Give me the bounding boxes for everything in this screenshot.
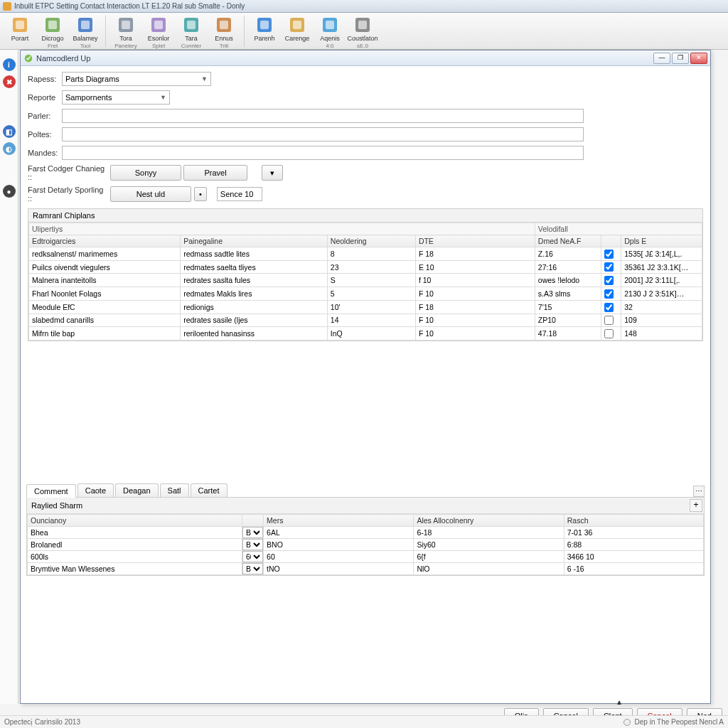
form-area: Rapess: Parts Diagrams ▼ Reporte Samporn… bbox=[21, 66, 710, 348]
grid-title: Ramranl Chiplans bbox=[28, 209, 702, 223]
tab-deagan[interactable]: Deagan bbox=[115, 483, 159, 497]
table-row[interactable]: BrolanedlBrolanedlBNOSiy606:88 bbox=[28, 539, 704, 551]
ribbon-tool-5[interactable]: TaraConnter bbox=[176, 14, 207, 50]
rapess-label: Rapess: bbox=[28, 75, 59, 83]
svg-rect-3 bbox=[48, 21, 57, 29]
ribbon-tool-9[interactable]: Aqenis4:0 bbox=[314, 14, 346, 50]
subpanel-col-header[interactable]: Rasch bbox=[564, 515, 703, 527]
subpanel-col-header[interactable] bbox=[242, 515, 263, 527]
table-row[interactable]: Fharl Noonlet Folagsredmates Makls lires… bbox=[29, 287, 702, 301]
row-select[interactable]: Brymtive Man Wlessenes bbox=[242, 563, 263, 574]
ribbon-tool-2[interactable]: BalameyTool bbox=[70, 14, 101, 50]
app-title: Inbuilt ETPC Setting Contact Interaction… bbox=[14, 2, 245, 10]
pravel-button[interactable]: Pravel bbox=[183, 165, 247, 181]
rapess-combo[interactable]: Parts Diagrams ▼ bbox=[62, 72, 211, 86]
mandes-input[interactable] bbox=[62, 146, 584, 160]
svg-rect-21 bbox=[358, 21, 367, 29]
svg-rect-5 bbox=[81, 21, 90, 29]
ribbon-tool-8[interactable]: Carenge bbox=[282, 14, 313, 45]
chevron-down-icon: ▼ bbox=[160, 94, 166, 101]
tab-satl[interactable]: Satl bbox=[160, 483, 189, 497]
tab-caote[interactable]: Caote bbox=[77, 483, 114, 497]
subpanel: Raylied Sharm + OuncianoyMersAles Alloco… bbox=[26, 497, 705, 576]
row-checkbox[interactable] bbox=[604, 303, 614, 312]
table-row[interactable]: redksalnenst/ marimemesredmass sadtle li… bbox=[29, 247, 702, 261]
tab-cartet[interactable]: Cartet bbox=[191, 483, 228, 497]
leftpanel-icon-5[interactable]: ● bbox=[3, 185, 16, 198]
status-right: Dep in The Peopest Nencl A bbox=[635, 718, 724, 726]
subpanel-add-button[interactable]: + bbox=[690, 499, 702, 512]
subpanel-col-header[interactable]: Ales Allocolnenry bbox=[414, 515, 564, 527]
reporte-combo[interactable]: Sampornents ▼ bbox=[62, 90, 170, 105]
sence-field[interactable]: Sence 10 bbox=[217, 187, 262, 201]
grid-col-header[interactable]: Painegaline bbox=[181, 235, 328, 247]
codger-dropdown-button[interactable]: ▾ bbox=[262, 165, 283, 181]
reporte-value: Sampornents bbox=[65, 93, 112, 102]
row-checkbox[interactable] bbox=[604, 262, 614, 272]
table-row[interactable]: 600ls600ls606{f3466 10 bbox=[28, 551, 704, 563]
grid-col-header[interactable]: Neoldering bbox=[327, 235, 415, 247]
row-checkbox[interactable] bbox=[604, 316, 614, 325]
row-checkbox[interactable] bbox=[604, 250, 614, 259]
grid-col-header[interactable]: Dpls E bbox=[621, 235, 702, 247]
sonyy-button[interactable]: Sonyy bbox=[110, 165, 181, 181]
leftpanel-icon-2[interactable]: ✖ bbox=[3, 75, 16, 88]
row-select[interactable]: Brolanedl bbox=[242, 539, 263, 550]
close-button[interactable]: ✕ bbox=[690, 53, 707, 64]
leftpanel-icon-1[interactable]: i bbox=[3, 58, 16, 71]
subpanel-col-header[interactable]: Mers bbox=[264, 515, 414, 527]
grid-col-header[interactable]: Edtroigarcies bbox=[29, 235, 181, 247]
tab-comment[interactable]: Comment bbox=[26, 484, 76, 498]
rapess-value: Parts Diagrams bbox=[65, 75, 119, 83]
svg-rect-15 bbox=[260, 21, 269, 29]
arrow-up-icon: ▴ bbox=[617, 697, 621, 707]
ribbon-tool-4[interactable]: EsonlorSplet bbox=[143, 14, 174, 50]
parler-input[interactable] bbox=[62, 109, 584, 123]
reporte-label: Reporte bbox=[28, 93, 59, 102]
table-row[interactable]: Puilcs oivendt viegulersredmates saelta … bbox=[29, 260, 702, 274]
grid-subhead-left: Ulipertiys bbox=[29, 223, 535, 235]
leftpanel-icon-4[interactable]: ◐ bbox=[3, 142, 16, 155]
poltes-input[interactable] bbox=[62, 127, 584, 141]
ribbon-tool-7[interactable]: Parenh bbox=[249, 14, 280, 45]
status-dot-icon bbox=[623, 719, 631, 726]
row-select[interactable]: 600ls bbox=[242, 551, 263, 562]
subpanel-title: Raylied Sharm bbox=[27, 499, 688, 512]
status-bar: Opectecị Carinsilo 2013 Dep in The Peope… bbox=[0, 715, 728, 728]
ribbon-tool-3[interactable]: ToraPanelery bbox=[110, 14, 141, 50]
grid-col-header[interactable]: Dmed NeA.F bbox=[535, 235, 601, 247]
ribbon-tool-0[interactable]: Porart bbox=[4, 14, 36, 45]
ribbon-tool-1[interactable]: DicrogoFret bbox=[37, 14, 68, 50]
dialog-title: Namcodlerd Up bbox=[36, 54, 90, 63]
table-row[interactable]: BheaBhea6AL6-187-01 36 bbox=[28, 527, 704, 539]
left-panel: i ✖ ◧ ◐ ● bbox=[0, 50, 18, 704]
table-row[interactable]: Brymtive Man WlessenesBrymtive Man Wless… bbox=[28, 563, 704, 575]
ribbon-toolbar: PorartDicrogoFretBalameyToolToraPanelery… bbox=[0, 13, 728, 50]
grid-col-header[interactable] bbox=[601, 235, 621, 247]
table-row[interactable]: slabedmd canarillsredrates sasile (ljes1… bbox=[29, 314, 702, 327]
row-checkbox[interactable] bbox=[604, 276, 614, 285]
row-checkbox[interactable] bbox=[604, 289, 614, 299]
parler-label: Parler: bbox=[28, 112, 59, 120]
poltes-label: Poltes: bbox=[28, 130, 59, 139]
chevron-down-icon: ▼ bbox=[201, 75, 208, 82]
row-select[interactable]: Bhea bbox=[242, 527, 263, 538]
table-row[interactable]: Meodule EfCredionigs10'F 187'1532 bbox=[29, 300, 702, 314]
minimize-button[interactable]: — bbox=[653, 53, 670, 64]
subpanel-table: OuncianoyMersAles AllocolnenryRasch Bhea… bbox=[27, 514, 704, 575]
tabs-overflow-button[interactable]: ⋯ bbox=[693, 486, 705, 497]
table-row[interactable]: Malnera inanteitollsredrates saslta fule… bbox=[29, 274, 702, 287]
nest-split-button[interactable]: • bbox=[194, 187, 207, 201]
ribbon-tool-6[interactable]: EnnusTrill bbox=[208, 14, 240, 50]
maximize-button[interactable]: ❐ bbox=[672, 53, 689, 64]
grid-subhead-right: Velodifall bbox=[535, 223, 702, 235]
ribbon-tool-10[interactable]: CoustlatonsE.0 bbox=[347, 14, 378, 50]
leftpanel-icon-3[interactable]: ◧ bbox=[3, 125, 16, 138]
mandes-label: Mandes: bbox=[28, 149, 59, 157]
grid-col-header[interactable]: DTE bbox=[415, 235, 535, 247]
table-row[interactable]: Mifrn tile bapreriloented hanasinssInQF … bbox=[29, 327, 702, 341]
subpanel-col-header[interactable]: Ouncianoy bbox=[28, 515, 242, 527]
lower-tabs: CommentCaoteDeaganSatlCartet ⋯ bbox=[21, 483, 710, 497]
nest-button[interactable]: Nest uld bbox=[110, 186, 191, 202]
row-checkbox[interactable] bbox=[604, 329, 614, 338]
